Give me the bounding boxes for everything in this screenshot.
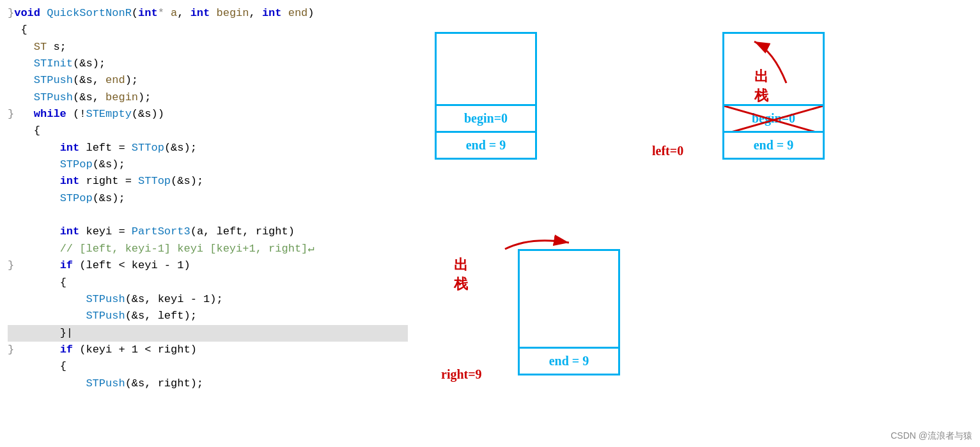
code-line-23: STPush(&s, right); xyxy=(8,375,408,392)
code-line-17: { xyxy=(8,275,408,291)
code-line-8: { xyxy=(8,123,408,139)
watermark: CSDN @流浪者与猿 xyxy=(891,430,972,442)
code-line-18: STPush(&s, keyi - 1); xyxy=(8,291,408,308)
stack1: begin=0 end = 9 xyxy=(435,32,537,160)
code-line-22: { xyxy=(8,358,408,375)
left-equals-label: left=0 xyxy=(652,144,683,158)
stack3-cell-end: end = 9 xyxy=(520,347,618,374)
code-line-11: int right = STTop(&s); xyxy=(8,173,408,190)
stack2-cell-begin: begin=0 xyxy=(724,104,823,131)
code-line-20: }| xyxy=(8,325,408,342)
stack1-empty xyxy=(437,34,535,104)
stack3-empty xyxy=(520,251,618,347)
kw-void: void xyxy=(14,7,47,19)
code-line-7: } while (!STEmpty(&s)) xyxy=(8,106,408,123)
code-line-14: int keyi = PartSort3(a, left, right) xyxy=(8,224,408,240)
code-line-13 xyxy=(8,207,408,224)
stack1-cell-end: end = 9 xyxy=(437,131,535,158)
code-line-9: int left = STTop(&s); xyxy=(8,140,408,156)
code-line-6: STPush(&s, begin); xyxy=(8,89,408,106)
fn-name: QuickSortNonR xyxy=(47,7,132,19)
code-line-16: } if (left < keyi - 1) xyxy=(8,257,408,274)
code-line-3: ST s; xyxy=(8,39,408,56)
chuZhan-bottom: 出栈 xyxy=(454,255,468,294)
stack2-empty xyxy=(724,34,823,104)
code-line-15: // [left, keyi-1] keyi [keyi+1, right]↵ xyxy=(8,241,408,257)
right-equals-label: right=9 xyxy=(441,367,482,382)
code-line-5: STPush(&s, end); xyxy=(8,72,408,89)
code-line-21: } if (keyi + 1 < right) xyxy=(8,342,408,358)
code-line-12: STPop(&s); xyxy=(8,190,408,207)
stack3: end = 9 xyxy=(518,249,620,375)
bracket: } xyxy=(8,7,14,19)
code-line-4: STInit(&s); xyxy=(8,56,408,72)
code-line-1: }void QuickSortNonR(int* a, int begin, i… xyxy=(8,5,408,22)
stack2-cell-end: end = 9 xyxy=(724,131,823,158)
code-line-2: { xyxy=(8,22,408,38)
code-line-10: STPop(&s); xyxy=(8,156,408,173)
code-area: }void QuickSortNonR(int* a, int begin, i… xyxy=(0,0,416,447)
stack1-cell-begin: begin=0 xyxy=(437,104,535,131)
code-line-19: STPush(&s, left); xyxy=(8,308,408,324)
chuZhan-top: 出栈 xyxy=(754,67,768,105)
stack2: begin=0 end = 9 xyxy=(722,32,825,160)
